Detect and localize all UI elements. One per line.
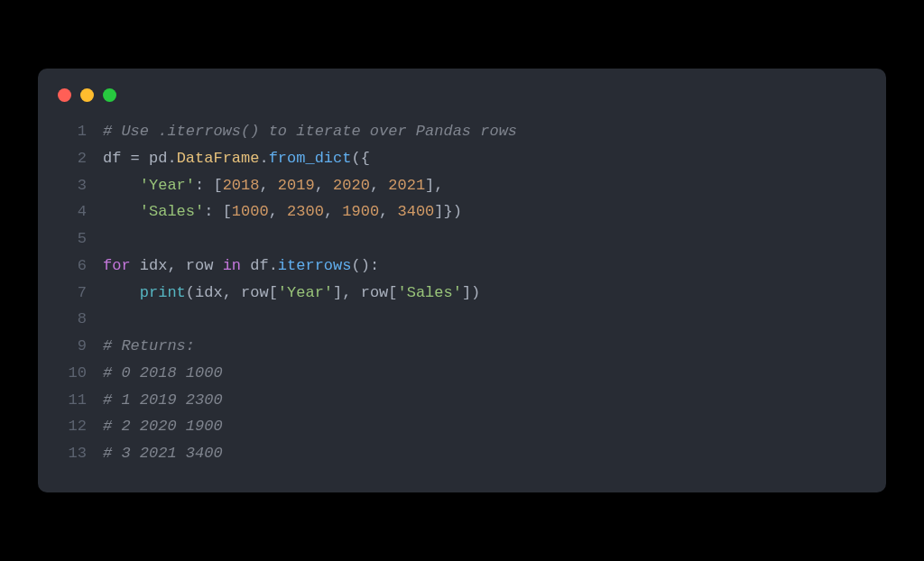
- token-operator: ,: [434, 177, 443, 194]
- token-operator: ,: [259, 177, 277, 194]
- titlebar: [38, 85, 886, 118]
- code-line: 2df = pd.DataFrame.from_dict({: [58, 145, 866, 172]
- token-variable: df: [241, 257, 269, 274]
- code-line: 4 'Sales': [1000, 2300, 1900, 3400]}): [58, 198, 866, 225]
- line-number: 13: [58, 440, 87, 467]
- token-method: from_dict: [269, 150, 352, 167]
- code-line: 12# 2 2020 1900: [58, 413, 866, 440]
- token-comment: # 0 2018 1000: [103, 364, 223, 382]
- close-icon[interactable]: [58, 88, 71, 102]
- token-bracket: ]: [333, 284, 342, 301]
- token-number: 1900: [342, 203, 379, 220]
- token-operator: ,: [315, 177, 333, 194]
- line-number: 1: [58, 118, 87, 145]
- token-comment: # 2 2020 1900: [103, 418, 223, 435]
- token-operator: .: [259, 150, 268, 167]
- token-operator: :: [204, 203, 222, 220]
- maximize-icon[interactable]: [103, 88, 116, 102]
- code-content: # 1 2019 2300: [103, 387, 223, 414]
- token-variable: [103, 203, 140, 220]
- code-line: 11# 1 2019 2300: [58, 387, 866, 414]
- token-operator: .: [167, 150, 176, 167]
- line-number: 3: [58, 172, 87, 199]
- token-comment: # Returns:: [103, 337, 195, 354]
- line-number: 12: [58, 413, 87, 440]
- token-bracket: ]: [425, 177, 434, 194]
- token-variable: idx: [195, 284, 223, 301]
- code-content: # 0 2018 1000: [103, 360, 223, 387]
- code-content: # Use .iterrows() to iterate over Pandas…: [103, 118, 517, 145]
- code-line: 5: [58, 225, 866, 253]
- token-bracket: ]): [462, 284, 480, 301]
- token-bracket: [: [223, 203, 232, 220]
- token-bracket: ]}): [434, 203, 462, 220]
- token-variable: row: [186, 257, 223, 274]
- code-content: # 2 2020 1900: [103, 413, 223, 440]
- token-method: iterrows: [278, 257, 352, 274]
- token-number: 3400: [398, 203, 435, 220]
- code-line: 13# 3 2021 3400: [58, 440, 866, 467]
- code-content: for idx, row in df.iterrows():: [103, 253, 379, 280]
- token-keyword: for: [103, 257, 131, 274]
- code-content: [103, 225, 112, 253]
- token-operator: ,: [370, 177, 388, 194]
- token-operator: ,: [379, 203, 397, 220]
- line-number: 9: [58, 333, 87, 360]
- line-number: 2: [58, 145, 87, 172]
- code-line: 3 'Year': [2018, 2019, 2020, 2021],: [58, 172, 866, 199]
- token-bracket: [: [213, 177, 222, 194]
- token-variable: [103, 177, 140, 194]
- token-operator: ,: [223, 284, 241, 301]
- code-line: 6for idx, row in df.iterrows():: [58, 253, 866, 280]
- token-variable: df: [103, 150, 131, 167]
- code-content: # 3 2021 3400: [103, 440, 223, 467]
- line-number: 5: [58, 225, 87, 253]
- token-operator: .: [269, 257, 278, 274]
- token-bracket: ({: [351, 150, 369, 167]
- token-bracket: (: [186, 284, 195, 301]
- token-string: 'Year': [140, 177, 195, 194]
- token-prop: DataFrame: [177, 150, 260, 167]
- token-variable: [103, 284, 140, 301]
- code-content: df = pd.DataFrame.from_dict({: [103, 145, 370, 172]
- token-operator: ,: [269, 203, 287, 220]
- code-content: [103, 306, 112, 333]
- token-comment: # 1 2019 2300: [103, 391, 223, 409]
- token-operator: ,: [324, 203, 342, 220]
- token-bracket: [: [388, 284, 397, 301]
- line-number: 6: [58, 253, 87, 280]
- token-builtin: print: [140, 284, 186, 301]
- token-comment: # 3 2021 3400: [103, 445, 223, 462]
- token-number: 1000: [232, 203, 269, 220]
- token-number: 2020: [333, 177, 370, 194]
- token-number: 2021: [388, 177, 425, 194]
- token-comment: # Use .iterrows() to iterate over Pandas…: [103, 123, 517, 140]
- token-variable: idx: [131, 257, 168, 274]
- token-variable: row: [241, 284, 269, 301]
- code-line: 8: [58, 306, 866, 333]
- token-keyword: in: [223, 257, 241, 274]
- code-content: # Returns:: [103, 333, 195, 360]
- token-bracket: [: [269, 284, 278, 301]
- code-content: 'Year': [2018, 2019, 2020, 2021],: [103, 172, 444, 199]
- line-number: 7: [58, 280, 87, 307]
- line-number: 8: [58, 306, 87, 333]
- token-operator: =: [131, 150, 149, 167]
- code-content: print(idx, row['Year'], row['Sales']): [103, 280, 480, 307]
- code-window: 1# Use .iterrows() to iterate over Panda…: [38, 69, 886, 492]
- code-area: 1# Use .iterrows() to iterate over Panda…: [38, 118, 886, 467]
- token-operator: ,: [342, 284, 360, 301]
- token-operator: ,: [167, 257, 185, 274]
- token-bracket: (): [351, 257, 369, 274]
- token-variable: row: [361, 284, 389, 301]
- line-number: 10: [58, 360, 87, 387]
- code-line: 10# 0 2018 1000: [58, 360, 866, 387]
- code-line: 1# Use .iterrows() to iterate over Panda…: [58, 118, 866, 145]
- token-number: 2300: [287, 203, 324, 220]
- minimize-icon[interactable]: [80, 88, 94, 102]
- code-line: 9# Returns:: [58, 333, 866, 360]
- token-operator: :: [195, 177, 213, 194]
- token-operator: :: [370, 257, 379, 274]
- token-variable: pd: [149, 150, 167, 167]
- line-number: 11: [58, 387, 87, 414]
